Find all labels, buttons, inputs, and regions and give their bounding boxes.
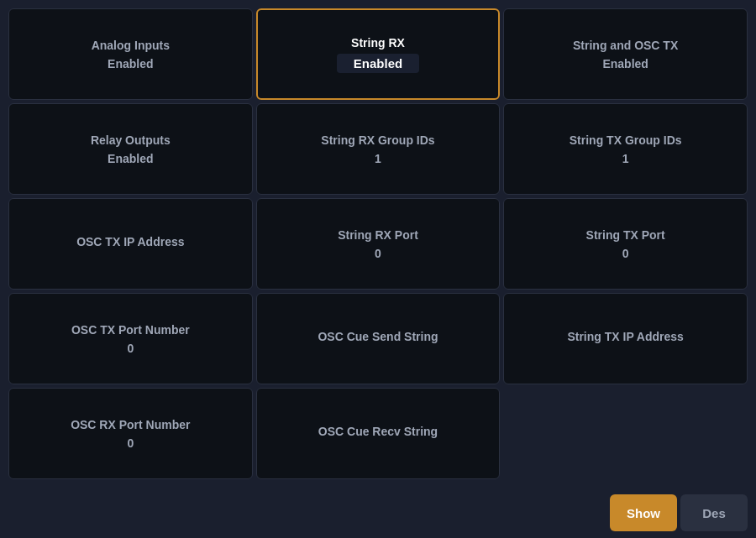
show-button[interactable]: Show — [610, 494, 677, 531]
cell-label-relay-outputs: Relay Outputs — [91, 133, 171, 148]
cell-value-analog-inputs: Enabled — [108, 57, 153, 71]
cell-value-string-and-osc-tx: Enabled — [602, 57, 648, 71]
bottom-bar: Show Des — [0, 488, 756, 538]
cell-label-string-tx-ip-address: String TX IP Address — [567, 329, 683, 344]
cell-osc-cue-recv-string[interactable]: OSC Cue Recv String — [256, 388, 501, 479]
cell-label-osc-tx-ip-address: OSC TX IP Address — [76, 234, 184, 249]
cell-label-osc-cue-recv-string: OSC Cue Recv String — [318, 424, 438, 439]
cell-value-string-rx-port: 0 — [375, 247, 381, 260]
cell-string-tx-ip-address[interactable]: String TX IP Address — [503, 293, 748, 384]
cell-label-osc-cue-send-string: OSC Cue Send String — [318, 329, 438, 344]
cell-label-string-rx-group-ids: String RX Group IDs — [321, 133, 434, 148]
cell-osc-tx-ip-address[interactable]: OSC TX IP Address — [8, 198, 253, 290]
cell-value-string-rx: Enabled — [337, 54, 419, 73]
cell-string-tx-port[interactable]: String TX Port 0 — [503, 198, 748, 290]
cell-label-string-tx-port: String TX Port — [586, 227, 665, 243]
cell-empty-row5-col3 — [503, 388, 748, 479]
cell-value-string-rx-group-ids: 1 — [375, 152, 381, 165]
cell-label-string-and-osc-tx: String and OSC TX — [573, 38, 678, 53]
cell-string-rx-port[interactable]: String RX Port 0 — [256, 198, 501, 290]
cell-osc-tx-port-number[interactable]: OSC TX Port Number 0 — [8, 293, 253, 384]
cell-label-osc-rx-port-number: OSC RX Port Number — [71, 417, 190, 432]
cell-value-osc-tx-port-number: 0 — [127, 342, 134, 355]
cell-label-string-rx: String RX — [351, 35, 405, 50]
cell-value-relay-outputs: Enabled — [108, 152, 153, 165]
cell-string-tx-group-ids[interactable]: String TX Group IDs 1 — [503, 103, 748, 195]
cell-label-analog-inputs: Analog Inputs — [92, 38, 170, 53]
main-grid: Analog Inputs Enabled String RX Enabled … — [0, 0, 756, 488]
cell-osc-cue-send-string[interactable]: OSC Cue Send String — [256, 293, 501, 384]
cell-string-and-osc-tx[interactable]: String and OSC TX Enabled — [503, 8, 748, 100]
cell-value-osc-rx-port-number: 0 — [127, 436, 134, 450]
cell-value-string-tx-group-ids: 1 — [622, 152, 629, 165]
cell-label-osc-tx-port-number: OSC TX Port Number — [71, 322, 190, 337]
cell-string-rx[interactable]: String RX Enabled — [256, 8, 501, 100]
cell-label-string-tx-group-ids: String TX Group IDs — [570, 133, 682, 148]
cell-label-string-rx-port: String RX Port — [338, 227, 418, 243]
cell-relay-outputs[interactable]: Relay Outputs Enabled — [8, 103, 253, 195]
cell-osc-rx-port-number[interactable]: OSC RX Port Number 0 — [8, 388, 253, 479]
cell-value-string-tx-port: 0 — [622, 247, 629, 260]
cell-string-rx-group-ids[interactable]: String RX Group IDs 1 — [256, 103, 501, 195]
des-button[interactable]: Des — [680, 494, 748, 531]
cell-analog-inputs[interactable]: Analog Inputs Enabled — [8, 8, 253, 100]
